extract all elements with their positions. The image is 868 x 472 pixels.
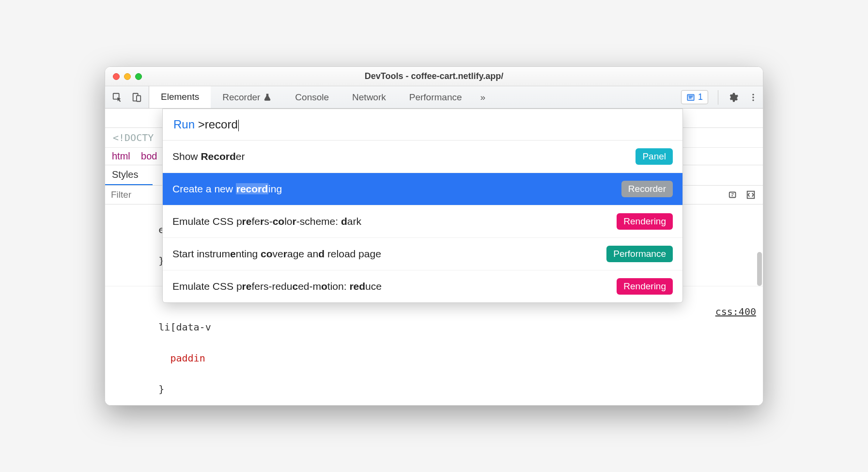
issues-counter[interactable]: 1 xyxy=(681,90,708,104)
command-badge: Recorder xyxy=(621,181,673,197)
command-badge: Rendering xyxy=(617,278,673,295)
more-vertical-icon xyxy=(748,93,758,102)
css-selector: li[data-v xyxy=(158,321,211,333)
command-badge: Panel xyxy=(636,148,673,165)
command-item-emulate-reduced-motion[interactable]: Emulate CSS prefers-reduced-motion: redu… xyxy=(163,270,682,302)
tab-label: Recorder xyxy=(222,92,260,103)
tab-elements[interactable]: Elements xyxy=(149,86,211,108)
svg-point-4 xyxy=(752,96,754,98)
command-label: Emulate CSS prefers-color-scheme: dark xyxy=(172,216,361,227)
tab-label: Console xyxy=(295,92,329,103)
command-item-emulate-dark[interactable]: Emulate CSS prefers-color-scheme: dark R… xyxy=(163,205,682,238)
experiment-icon xyxy=(263,93,272,102)
chevron-double-right-icon: » xyxy=(480,92,486,103)
command-label: Emulate CSS prefers-reduced-motion: redu… xyxy=(172,281,382,292)
window-title: DevTools - coffee-cart.netlify.app/ xyxy=(105,71,763,81)
svg-point-5 xyxy=(752,99,754,101)
window-titlebar: DevTools - coffee-cart.netlify.app/ xyxy=(105,67,763,86)
tab-label: Performance xyxy=(409,92,462,103)
breadcrumb-item[interactable]: bod xyxy=(141,151,157,161)
scrollbar-thumb[interactable] xyxy=(757,252,762,286)
svg-point-3 xyxy=(752,94,754,95)
devtools-window: DevTools - coffee-cart.netlify.app/ Elem… xyxy=(105,66,763,406)
settings-button[interactable] xyxy=(723,92,744,103)
inspect-element-icon[interactable] xyxy=(112,92,123,103)
tab-performance[interactable]: Performance xyxy=(398,86,474,108)
tab-console[interactable]: Console xyxy=(283,86,341,108)
css-property: paddin xyxy=(170,352,205,364)
elements-panel: <!DOCTY html bod Styles element.s } c xyxy=(105,109,763,405)
command-item-show-recorder[interactable]: Show Recorder Panel xyxy=(163,141,682,173)
breadcrumb-item[interactable]: html xyxy=(112,151,130,161)
tab-recorder[interactable]: Recorder xyxy=(211,86,283,108)
issues-icon xyxy=(686,93,695,102)
svg-rect-2 xyxy=(137,95,140,101)
command-palette: Run >record Show Recorder Panel Create a… xyxy=(162,109,683,303)
command-prompt-label: Run xyxy=(173,118,195,131)
tab-styles[interactable]: Styles xyxy=(105,165,153,185)
css-source-link[interactable]: css:400 xyxy=(715,304,756,319)
command-palette-input[interactable]: Run >record xyxy=(163,109,682,141)
tab-label: Network xyxy=(352,92,386,103)
command-item-create-recording[interactable]: Create a new recording Recorder xyxy=(163,173,682,205)
svg-rect-6 xyxy=(729,192,736,198)
panel-tabs: Elements Recorder Console Network Perfor… xyxy=(149,86,492,108)
command-label: Start instrumenting coverage and reload … xyxy=(172,248,381,260)
toggle-classes-icon[interactable] xyxy=(745,189,756,200)
hover-state-icon[interactable] xyxy=(728,189,739,200)
command-item-coverage[interactable]: Start instrumenting coverage and reload … xyxy=(163,238,682,270)
tabs-overflow-button[interactable]: » xyxy=(474,86,493,108)
tab-network[interactable]: Network xyxy=(341,86,398,108)
more-button[interactable] xyxy=(744,93,763,102)
main-toolbar: Elements Recorder Console Network Perfor… xyxy=(105,86,763,109)
command-query-text: >record xyxy=(198,118,238,131)
device-toggle-icon[interactable] xyxy=(131,92,142,103)
command-badge: Performance xyxy=(606,246,673,262)
issues-count: 1 xyxy=(698,92,703,102)
command-badge: Rendering xyxy=(617,213,673,230)
tab-label: Elements xyxy=(161,92,199,102)
gear-icon xyxy=(728,92,739,103)
text-cursor xyxy=(238,120,239,131)
